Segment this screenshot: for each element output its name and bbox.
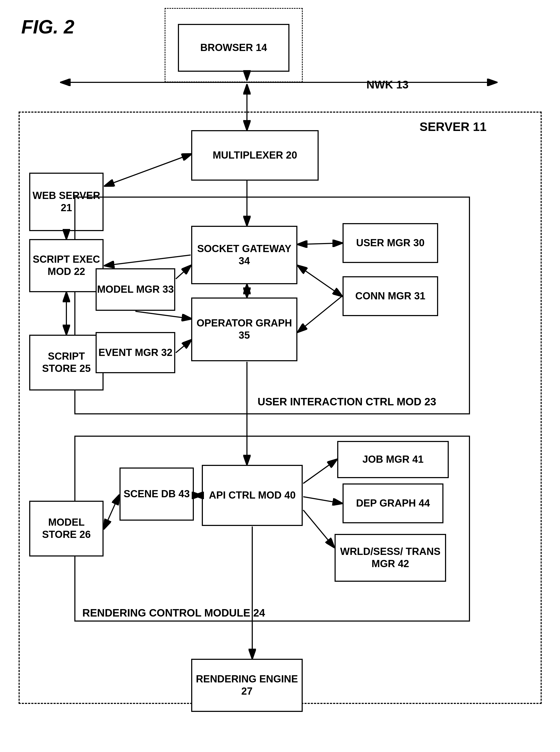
rendering-engine-label: RENDERING ENGINE 27 (192, 673, 302, 697)
multiplexer-box: MULTIPLEXER 20 (191, 130, 319, 181)
script-exec-label: SCRIPT EXEC MOD 22 (30, 253, 102, 278)
wrld-sess-label: WRLD/SESS/ TRANS MGR 42 (336, 546, 445, 570)
model-mgr-box: MODEL MGR 33 (96, 268, 175, 311)
server-label: SERVER 11 (420, 120, 486, 134)
socket-gateway-box: SOCKET GATEWAY 34 (191, 226, 297, 284)
diagram: FIG. 2 CLIENT 12n BROWSER 14 NWK 13 SERV… (0, 0, 560, 752)
script-store-box: SCRIPT STORE 25 (29, 335, 103, 391)
script-store-label: SCRIPT STORE 25 (30, 350, 102, 375)
job-mgr-box: JOB MGR 41 (337, 441, 449, 478)
user-mgr-box: USER MGR 30 (342, 223, 438, 263)
event-mgr-label: EVENT MGR 32 (99, 347, 173, 359)
figure-label: FIG. 2 (21, 16, 74, 38)
operator-graph-label: OPERATOR GRAPH 35 (192, 317, 296, 341)
multiplexer-label: MULTIPLEXER 20 (213, 149, 297, 161)
api-ctrl-label: API CTRL MOD 40 (209, 489, 296, 501)
api-ctrl-box: API CTRL MOD 40 (202, 465, 303, 526)
conn-mgr-label: CONN MGR 31 (355, 290, 425, 302)
scene-db-box: SCENE DB 43 (119, 468, 194, 521)
dep-graph-box: DEP GRAPH 44 (342, 483, 443, 523)
wrld-sess-box: WRLD/SESS/ TRANS MGR 42 (335, 534, 446, 582)
conn-mgr-box: CONN MGR 31 (342, 276, 438, 316)
rendering-engine-box: RENDERING ENGINE 27 (191, 659, 303, 712)
nwk-label: NWK 13 (366, 78, 409, 91)
ui-ctrl-label: USER INTERACTION CTRL MOD 23 (258, 396, 436, 408)
browser-box: BROWSER 14 (178, 24, 289, 72)
model-store-box: MODEL STORE 26 (29, 501, 103, 556)
model-store-label: MODEL STORE 26 (30, 516, 102, 540)
model-mgr-label: MODEL MGR 33 (97, 283, 174, 296)
socket-gateway-label: SOCKET GATEWAY 34 (192, 243, 296, 267)
browser-label: BROWSER 14 (200, 42, 267, 54)
scene-db-label: SCENE DB 43 (123, 488, 189, 500)
dep-graph-label: DEP GRAPH 44 (356, 497, 430, 510)
user-mgr-label: USER MGR 30 (356, 237, 425, 249)
job-mgr-label: JOB MGR 41 (362, 453, 423, 466)
render-ctrl-label: RENDERING CONTROL MODULE 24 (82, 607, 265, 619)
operator-graph-box: OPERATOR GRAPH 35 (191, 297, 297, 361)
script-exec-box: SCRIPT EXEC MOD 22 (29, 239, 103, 292)
event-mgr-box: EVENT MGR 32 (96, 332, 175, 373)
